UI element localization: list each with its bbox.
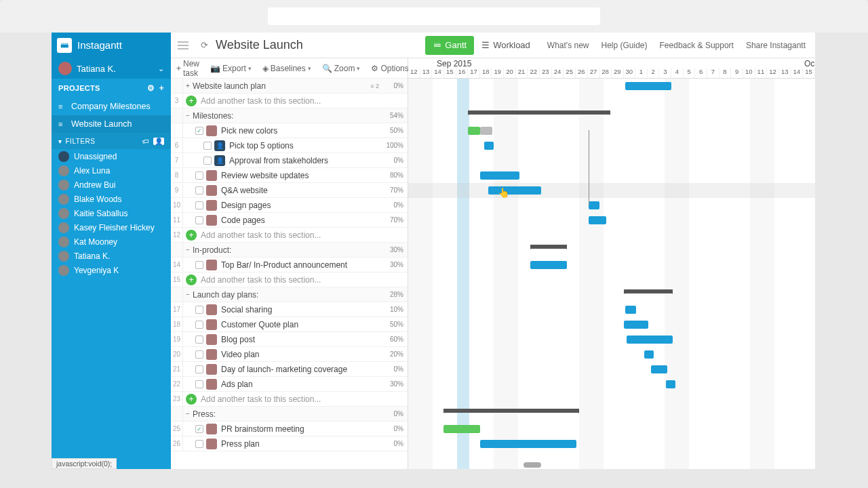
checkbox[interactable] bbox=[195, 216, 203, 224]
plus-icon[interactable]: + bbox=[159, 83, 164, 93]
filter-row[interactable]: Kat Mooney bbox=[52, 235, 171, 249]
task-row[interactable]: 25✓PR brainstorm meeting0% bbox=[171, 422, 408, 436]
address-bar[interactable] bbox=[268, 7, 600, 25]
gantt-bar[interactable] bbox=[589, 201, 599, 209]
workload-view-button[interactable]: ☰ Workload bbox=[474, 36, 538, 55]
assignee-icon[interactable]: 👤 bbox=[214, 155, 225, 166]
filter-row[interactable]: Alex Luna bbox=[52, 163, 171, 178]
task-row[interactable]: 20Video plan20% bbox=[171, 347, 408, 362]
link-help[interactable]: Help (Guide) bbox=[601, 41, 648, 50]
task-row[interactable]: 22Ads plan30% bbox=[171, 377, 408, 392]
assignee-icon[interactable] bbox=[206, 424, 217, 434]
checkbox[interactable] bbox=[195, 321, 203, 329]
assignee-icon[interactable] bbox=[206, 364, 217, 375]
assignee-icon[interactable] bbox=[206, 349, 217, 360]
task-row[interactable]: 18Customer Quote plan50% bbox=[171, 317, 408, 332]
project-title[interactable]: Website Launch bbox=[213, 38, 425, 52]
summary-bar[interactable] bbox=[468, 110, 610, 115]
collapse-icon[interactable]: + bbox=[183, 82, 193, 89]
add-task-row[interactable]: 15+Add another task to this section... bbox=[171, 272, 408, 287]
logo[interactable]: ⩸ Instagantt bbox=[52, 33, 171, 58]
task-row[interactable]: 14Top Bar/ In-Product announcement30% bbox=[171, 258, 408, 272]
task-row[interactable]: 17Social sharing10% bbox=[171, 302, 408, 317]
gantt-bar[interactable] bbox=[589, 216, 606, 224]
checkbox[interactable] bbox=[195, 186, 203, 195]
assignee-icon[interactable] bbox=[206, 200, 217, 211]
sidebar-toggle-button[interactable] bbox=[171, 45, 195, 46]
section-row[interactable]: −Milestones:54% bbox=[171, 108, 408, 123]
gantt-bar[interactable] bbox=[625, 306, 636, 314]
section-row[interactable]: −In-product:30% bbox=[171, 243, 408, 258]
tag-icon[interactable]: 🏷 bbox=[142, 138, 150, 145]
gantt-bar[interactable] bbox=[480, 440, 576, 448]
checkbox[interactable] bbox=[195, 336, 203, 344]
filter-row[interactable]: Kaitie Saballus bbox=[52, 206, 171, 220]
task-row[interactable]: 6👤Pick top 5 options100% bbox=[171, 138, 408, 153]
filter-row[interactable]: Kasey Fleisher Hickey bbox=[52, 220, 171, 235]
person-filter-icon[interactable]: 👤 bbox=[153, 138, 165, 145]
summary-bar[interactable] bbox=[624, 289, 673, 293]
filter-row[interactable]: Blake Woods bbox=[52, 192, 171, 206]
assignee-icon[interactable] bbox=[206, 379, 217, 390]
section-row[interactable]: −Press:0% bbox=[171, 407, 408, 422]
add-icon[interactable]: + bbox=[186, 96, 197, 106]
refresh-icon[interactable]: ⟳ bbox=[195, 40, 213, 50]
filter-row[interactable]: Yevgeniya K bbox=[52, 263, 171, 277]
section-row[interactable]: +Website launch plan≡ 20% bbox=[171, 79, 408, 94]
link-share[interactable]: Share Instagantt bbox=[746, 41, 806, 50]
gantt-bar[interactable] bbox=[484, 142, 494, 150]
gantt-bar[interactable] bbox=[627, 336, 673, 344]
gantt-view-button[interactable]: ⩸ Gantt bbox=[425, 36, 474, 55]
add-icon[interactable]: + bbox=[186, 230, 197, 241]
zoom-button[interactable]: 🔍 Zoom▾ bbox=[317, 58, 366, 78]
task-row[interactable]: 10Design pages0% bbox=[171, 198, 408, 213]
assignee-icon[interactable] bbox=[206, 260, 217, 270]
task-row[interactable]: 7👤Approval from stakeholders0% bbox=[171, 153, 408, 168]
task-row[interactable]: 26Press plan0% bbox=[171, 436, 408, 451]
task-row[interactable]: ✓Pick new colors50% bbox=[171, 123, 408, 138]
task-row[interactable]: 11Code pages70% bbox=[171, 213, 408, 228]
task-row[interactable]: 8Review website updates80% bbox=[171, 168, 408, 183]
link-feedback[interactable]: Feedback & Support bbox=[660, 41, 734, 50]
gantt-bar[interactable] bbox=[530, 261, 567, 269]
gantt-body[interactable]: 👆 bbox=[408, 79, 815, 469]
gantt-bar[interactable] bbox=[666, 380, 675, 388]
task-list[interactable]: +Website launch plan≡ 20%3+Add another t… bbox=[171, 79, 408, 469]
collapse-icon[interactable]: − bbox=[183, 112, 193, 119]
checkbox[interactable] bbox=[195, 380, 203, 388]
gantt-bar[interactable] bbox=[625, 82, 671, 90]
checkbox[interactable]: ✓ bbox=[195, 127, 203, 135]
assignee-icon[interactable] bbox=[206, 334, 217, 345]
section-row[interactable]: −Launch day plans:28% bbox=[171, 287, 408, 302]
collapse-icon[interactable]: − bbox=[183, 410, 193, 418]
gantt-bar[interactable] bbox=[488, 186, 541, 195]
checkbox[interactable] bbox=[195, 201, 203, 209]
gantt-panel[interactable]: Sep 2015 Oc 1213141516171819202122232425… bbox=[408, 58, 815, 469]
checkbox[interactable]: ✓ bbox=[195, 425, 203, 433]
checkbox[interactable] bbox=[195, 306, 203, 314]
assignee-icon[interactable] bbox=[206, 439, 217, 449]
sidebar-item-company-milestones[interactable]: ≡Company Milestones bbox=[52, 98, 171, 115]
task-row[interactable]: 9Q&A website70% bbox=[171, 183, 408, 198]
export-button[interactable]: 📷 Export▾ bbox=[205, 58, 257, 78]
checkbox[interactable] bbox=[195, 440, 203, 448]
checkbox[interactable] bbox=[195, 171, 203, 180]
assignee-icon[interactable] bbox=[206, 319, 217, 330]
gantt-bar[interactable] bbox=[651, 365, 667, 373]
filter-row[interactable]: Andrew Bui bbox=[52, 178, 171, 192]
add-task-row[interactable]: 23+Add another task to this section... bbox=[171, 392, 408, 407]
assignee-icon[interactable]: 👤 bbox=[214, 140, 225, 151]
filter-row[interactable]: Tatiana K. bbox=[52, 249, 171, 263]
assignee-icon[interactable] bbox=[206, 185, 217, 196]
add-task-row[interactable]: 3+Add another task to this section... bbox=[171, 94, 408, 108]
add-icon[interactable]: + bbox=[186, 394, 197, 405]
task-row[interactable]: 19Blog post60% bbox=[171, 332, 408, 347]
gantt-bar[interactable] bbox=[644, 350, 654, 359]
checkbox[interactable] bbox=[203, 142, 212, 150]
gear-icon[interactable]: ⚙ bbox=[147, 83, 155, 93]
add-icon[interactable]: + bbox=[186, 274, 197, 285]
gantt-bar[interactable] bbox=[480, 127, 492, 135]
sidebar-item-website-launch[interactable]: ≡Website Launch bbox=[52, 115, 171, 133]
link-whatsnew[interactable]: What's new bbox=[547, 41, 589, 50]
assignee-icon[interactable] bbox=[206, 304, 217, 315]
